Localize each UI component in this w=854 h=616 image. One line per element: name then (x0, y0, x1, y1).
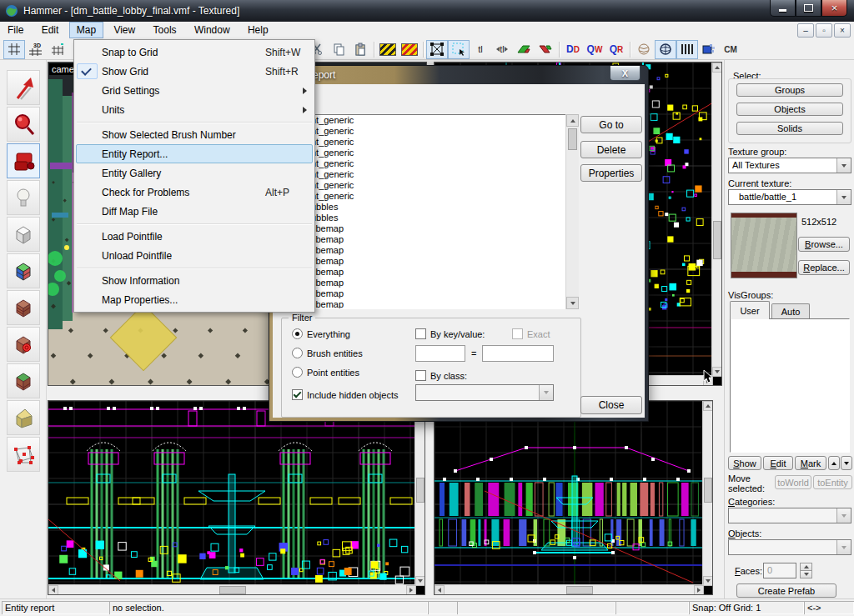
displacement-mask-icon[interactable] (676, 40, 698, 59)
mdi-close-button[interactable]: × (834, 23, 851, 38)
flip-vertical-icon[interactable] (535, 40, 556, 59)
create-prefab-button[interactable]: Create Prefab (736, 583, 836, 598)
viewport-2d-front[interactable] (48, 400, 425, 595)
filter-point-radio[interactable]: Point entities (292, 367, 359, 378)
horizontal-scrollbar[interactable] (435, 584, 704, 594)
entity-list-item[interactable]: env_cubemap (284, 278, 577, 288)
texture-lock-tl-icon[interactable]: tl (470, 40, 491, 59)
vertical-scrollbar[interactable] (702, 401, 712, 586)
entity-list-item[interactable]: ambient_generic (284, 169, 577, 180)
clipping-tool-button[interactable] (7, 400, 40, 435)
entity-list-item[interactable]: ambient_generic (284, 191, 577, 202)
browse-button[interactable]: Browse... (798, 237, 850, 252)
menu-item-load-pointfile[interactable]: Load Pointfile (76, 227, 313, 246)
goto-button[interactable]: Go to (580, 116, 642, 133)
maximize-button[interactable] (796, 0, 821, 17)
vertical-scrollbar[interactable] (711, 63, 721, 377)
entity-list-item[interactable]: env_cubemap (284, 256, 577, 267)
entity-list-item[interactable]: ambient_generic (284, 126, 577, 137)
menu-item-units[interactable]: Units (76, 100, 313, 119)
entity-list-scrollbar[interactable] (565, 114, 579, 309)
faces-spin-down[interactable] (800, 570, 812, 578)
visgroups-list[interactable] (730, 318, 850, 453)
menu-item-show-information[interactable]: Show Information (76, 271, 313, 290)
include-hidden-checkbox[interactable]: Include hidden objects (292, 389, 398, 400)
entity-list-item[interactable]: env_cubemap (284, 288, 577, 299)
paste-icon[interactable] (349, 40, 371, 59)
camera-tool-button[interactable] (7, 143, 40, 178)
sphere-helper-icon[interactable] (655, 40, 676, 59)
dropdown-arrow-icon[interactable] (836, 158, 851, 173)
grid-3d-icon[interactable]: 3D (25, 40, 47, 59)
categories-dropdown[interactable] (728, 508, 851, 523)
menu-help[interactable]: Help (240, 22, 276, 38)
menu-item-unload-pointfile[interactable]: Unload Pointfile (76, 246, 313, 265)
visgroup-show-button[interactable]: Show (728, 456, 761, 470)
properties-button[interactable]: Properties (580, 164, 642, 182)
scrollbar-thumb[interactable] (416, 478, 424, 503)
menu-item-grid-settings[interactable]: Grid Settings (76, 81, 313, 100)
overlay-tool-button[interactable] (7, 363, 40, 398)
tab-auto[interactable]: Auto (771, 303, 810, 319)
toggle-radius-icon[interactable]: QR (605, 40, 627, 59)
copy-icon[interactable] (328, 40, 349, 59)
menu-file[interactable]: File (0, 22, 31, 38)
menu-window[interactable]: Window (187, 22, 238, 38)
entity-list-item[interactable]: env_cubemap (284, 234, 577, 245)
select-objects-button[interactable]: Objects (736, 103, 843, 116)
close-dialog-button[interactable]: Close (580, 396, 642, 414)
grid-toggle-icon[interactable] (3, 40, 25, 59)
scrollbar-thumb[interactable] (568, 128, 577, 150)
close-button[interactable]: × (821, 0, 847, 17)
scrollbar-thumb[interactable] (219, 586, 246, 594)
select-solids-button[interactable]: Solids (736, 122, 843, 135)
menu-view[interactable]: View (106, 22, 143, 38)
dropdown-arrow-icon[interactable] (836, 190, 851, 204)
dialog-close-button[interactable]: X (610, 66, 640, 81)
block-tool-button[interactable] (7, 217, 40, 252)
entity-list-item[interactable]: env_cubemap (284, 299, 577, 309)
visgroup-edit-button[interactable]: Edit (763, 456, 793, 470)
menu-item-entity-report[interactable]: Entity Report... (76, 144, 313, 163)
texture-lock-icon[interactable] (377, 40, 399, 59)
menu-item-map-properties[interactable]: Map Properties... (76, 290, 313, 309)
texture-scaling-lock-icon[interactable] (399, 40, 420, 59)
menu-map[interactable]: Map (69, 22, 103, 38)
menu-item-entity-gallery[interactable]: Entity Gallery (76, 163, 313, 183)
move-up-button[interactable] (828, 456, 840, 470)
entity-list-item[interactable]: ambient_generic (284, 115, 577, 126)
toggle-detail-icon[interactable]: DD (562, 40, 584, 59)
mdi-restore-button[interactable]: ▫ (816, 23, 832, 38)
faces-field[interactable]: 0 (763, 563, 796, 578)
horizontal-scrollbar[interactable] (48, 584, 416, 594)
select-groups-button[interactable]: Groups (736, 83, 843, 97)
menu-item-snap-to-grid[interactable]: Snap to GridShift+W (76, 43, 313, 62)
delete-button[interactable]: Delete (580, 141, 642, 158)
scrollbar-thumb[interactable] (566, 586, 593, 594)
select-box-icon[interactable] (426, 40, 448, 59)
cm-icon[interactable]: CM (720, 40, 741, 59)
selection-tool-button[interactable] (7, 70, 40, 105)
texture-group-dropdown[interactable]: All Textures (728, 158, 851, 173)
cordon-icon[interactable] (633, 40, 655, 59)
by-keyvalue-checkbox[interactable]: By key/value: (415, 328, 485, 339)
entity-list-item[interactable]: env_bubbles (284, 202, 577, 213)
filter-brush-radio[interactable]: Brush entities (292, 348, 363, 358)
minimize-button[interactable] (770, 0, 796, 17)
menu-item-check-for-problems[interactable]: Check for ProblemsAlt+P (76, 183, 313, 202)
viewport-2d-side[interactable] (434, 400, 713, 595)
scrollbar-thumb[interactable] (713, 221, 721, 259)
smaller-grid-icon[interactable] (47, 40, 68, 59)
exact-checkbox[interactable]: Exact (512, 328, 550, 339)
visgroup-mark-button[interactable]: Mark (795, 456, 826, 470)
magnify-tool-button[interactable] (7, 107, 40, 142)
objects-dropdown[interactable] (728, 539, 851, 555)
entity-list-item[interactable]: env_cubemap (284, 245, 577, 256)
scrollbar-thumb[interactable] (704, 478, 712, 503)
menu-item-show-selected-brush-number[interactable]: Show Selected Brush Number (76, 125, 313, 144)
entity-tool-button[interactable] (7, 180, 40, 215)
move-down-button[interactable] (841, 456, 852, 470)
entity-list-item[interactable]: ambient_generic (284, 137, 577, 148)
value-input[interactable] (482, 345, 554, 362)
tab-user[interactable]: User (730, 301, 770, 319)
